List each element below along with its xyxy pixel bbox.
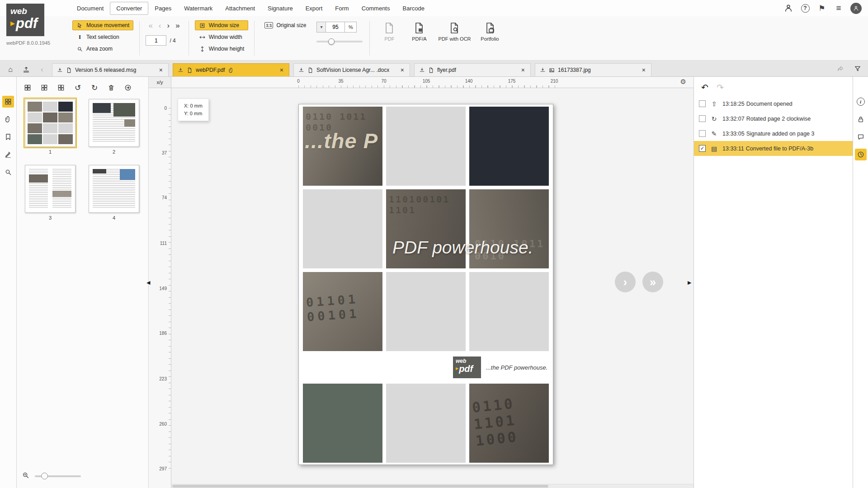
security-lock-icon[interactable]	[855, 113, 867, 125]
window-width-button[interactable]: Window width	[195, 32, 249, 42]
page-thumbnail-2[interactable]: 2	[88, 99, 140, 155]
history-checkbox[interactable]	[699, 115, 706, 122]
ruler-units-button[interactable]: x/y	[149, 77, 171, 88]
convert-pdf-ocr-button[interactable]: PDF with OCR	[436, 21, 472, 56]
flag-icon[interactable]: ⚑	[817, 3, 827, 13]
document-tabbar: ⌂ ‹ Version 5.6 released.msg × webPDF.pd…	[0, 61, 868, 77]
history-checkbox-checked[interactable]: ✓	[699, 145, 706, 152]
history-checkbox[interactable]	[699, 100, 706, 107]
tab-back-icon[interactable]: ‹	[36, 63, 48, 76]
zoom-value-input[interactable]	[326, 22, 345, 33]
page-thumbnail-1[interactable]: 1	[24, 99, 76, 155]
doc-tab-softvision-docx[interactable]: SoftVision License Agr... .docx ×	[293, 63, 410, 76]
page-tile: 0110 1011 0010	[303, 107, 382, 186]
pdf-page-1[interactable]: 0110 1011 0010 110100101 1101 0110 1011 …	[298, 104, 553, 465]
scrollbar-thumb[interactable]	[172, 485, 548, 488]
thumbnails-panel-icon[interactable]	[2, 96, 14, 108]
next-page-icon[interactable]: ›	[167, 21, 170, 30]
mouse-movement-button[interactable]: Mouse movement	[72, 20, 133, 30]
area-zoom-button[interactable]: Area zoom	[72, 44, 133, 54]
menu-tab-document[interactable]: Document	[71, 2, 110, 15]
expand-right-panel-icon[interactable]: ▶	[688, 280, 691, 285]
close-icon[interactable]: ×	[520, 66, 526, 74]
next-page-overlay-button[interactable]: ›	[615, 272, 636, 292]
user-icon[interactable]	[783, 3, 793, 13]
redo-icon[interactable]: ↷	[717, 82, 724, 93]
select-odd-pages-icon[interactable]	[56, 83, 66, 93]
thumbnail-zoom-icon[interactable]	[22, 472, 29, 481]
viewer-settings-gear-icon[interactable]: ⚙	[680, 78, 686, 86]
doc-tab-webpdf-pdf[interactable]: webPDF.pdf ×	[173, 63, 289, 76]
page-thumbnail-3[interactable]: 3	[24, 165, 76, 221]
bookmarks-panel-icon[interactable]	[2, 131, 14, 143]
zoom-slider-thumb[interactable]	[328, 38, 335, 45]
close-icon[interactable]: ×	[279, 66, 284, 74]
history-item-signature-added[interactable]: ✎ 13:33:05Signature added on page 3	[694, 126, 853, 141]
filter-icon[interactable]	[852, 62, 863, 75]
thumbnail-zoom-slider[interactable]	[35, 475, 81, 477]
delete-page-icon[interactable]	[106, 83, 116, 93]
zoom-slider[interactable]	[316, 41, 363, 42]
menu-tab-converter[interactable]: Converter	[110, 2, 148, 15]
home-icon[interactable]: ⌂	[5, 63, 16, 76]
document-canvas[interactable]: X: 0 mm Y: 0 mm 0110 1011 0010	[171, 88, 693, 488]
close-icon[interactable]: ×	[158, 66, 164, 74]
history-item-rotated-page[interactable]: ↻ 13:32:07Rotated page 2 clockwise	[694, 111, 853, 126]
thumbnail-zoom-slider-thumb[interactable]	[41, 473, 48, 479]
select-even-pages-icon[interactable]	[39, 83, 49, 93]
paperclip-icon	[228, 67, 234, 73]
horizontal-scrollbar[interactable]	[171, 484, 693, 488]
attachments-panel-icon[interactable]	[2, 113, 14, 125]
zoom-dropdown-button[interactable]: ▾	[316, 22, 326, 33]
upload-icon[interactable]	[20, 63, 32, 76]
coord-y: Y: 0 mm	[184, 110, 203, 117]
menu-tab-watermark[interactable]: Watermark	[178, 2, 219, 15]
collapse-left-panel-icon[interactable]: ◀	[146, 280, 150, 285]
menu-tab-export[interactable]: Export	[299, 2, 329, 15]
history-item-converted-pdfa[interactable]: ✓ ▤ 13:33:11Converted file to PDF/A-3b	[694, 141, 853, 156]
first-page-icon[interactable]: «	[148, 21, 152, 30]
menu-tab-form[interactable]: Form	[329, 2, 355, 15]
original-size-button[interactable]: 1:1 Original size	[260, 20, 310, 30]
avatar[interactable]	[850, 3, 862, 14]
last-page-overlay-button[interactable]: »	[642, 272, 663, 292]
close-icon[interactable]: ×	[641, 66, 646, 74]
undo-icon[interactable]: ↶	[701, 82, 708, 93]
rotate-right-icon[interactable]: ↻	[90, 83, 99, 93]
menu-tab-barcode[interactable]: Barcode	[396, 2, 430, 15]
history-icon[interactable]	[855, 149, 867, 160]
menu-tab-signature[interactable]: Signature	[261, 2, 299, 15]
search-panel-icon[interactable]	[2, 166, 14, 178]
comments-icon[interactable]	[855, 131, 867, 143]
page-thumbnail-4[interactable]: 4	[88, 165, 140, 221]
doc-tab-flyer-pdf[interactable]: flyer.pdf ×	[414, 63, 531, 76]
logo-arrow-icon: ▶	[456, 367, 458, 371]
menu-list-icon[interactable]: ≡	[834, 3, 844, 13]
last-page-icon[interactable]: »	[175, 21, 179, 30]
document-info-icon[interactable]: i	[855, 96, 867, 108]
page-number-input[interactable]	[146, 35, 166, 46]
previous-page-icon[interactable]: ‹	[159, 21, 161, 30]
select-all-pages-icon[interactable]	[23, 83, 33, 93]
share-forward-icon[interactable]	[835, 62, 846, 75]
menu-tab-attachment[interactable]: Attachment	[219, 2, 261, 15]
menu-tab-pages[interactable]: Pages	[148, 2, 178, 15]
doc-tab-16173387-jpg[interactable]: 16173387.jpg ×	[535, 63, 651, 76]
cursor-coordinates-tooltip: X: 0 mm Y: 0 mm	[178, 99, 209, 121]
text-selection-button[interactable]: I Text selection	[72, 32, 133, 42]
doc-tab-version-msg[interactable]: Version 5.6 released.msg ×	[52, 63, 169, 76]
window-height-button[interactable]: Window height	[195, 44, 249, 54]
rotate-left-icon[interactable]: ↺	[73, 83, 83, 93]
convert-pdfa-button[interactable]: PDF/A	[406, 21, 432, 56]
file-icon	[66, 67, 72, 73]
signature-panel-icon[interactable]	[2, 149, 14, 160]
help-icon[interactable]: ?	[800, 3, 810, 13]
menu-tab-comments[interactable]: Comments	[355, 2, 396, 15]
convert-portfolio-button[interactable]: Portfolio	[477, 21, 503, 56]
close-icon[interactable]: ×	[400, 66, 405, 74]
history-item-document-opened[interactable]: ⇧ 13:18:25Document opened	[694, 96, 853, 111]
history-checkbox[interactable]	[699, 130, 706, 137]
ratio-1-1-icon: 1:1	[264, 22, 273, 28]
move-page-icon[interactable]	[123, 83, 133, 93]
window-size-button[interactable]: Window size	[195, 20, 249, 30]
